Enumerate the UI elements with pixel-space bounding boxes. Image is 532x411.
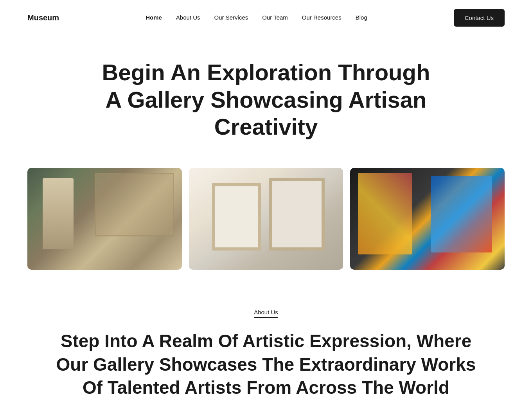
gallery-image-1 [27, 168, 182, 270]
about-label: About Us [254, 309, 278, 318]
nav-item-blog[interactable]: Blog [356, 14, 367, 21]
nav-link-team[interactable]: Our Team [262, 14, 288, 21]
about-section: About Us Step Into A Realm Of Artistic E… [0, 289, 532, 411]
site-logo[interactable]: Museum [27, 13, 59, 22]
hero-heading-line3: Creativity [214, 114, 318, 139]
about-heading: Step Into A Realm Of Artistic Expression… [51, 330, 481, 400]
nav-link-services[interactable]: Our Services [214, 14, 248, 21]
nav-link-home[interactable]: Home [146, 14, 162, 21]
nav-link-blog[interactable]: Blog [356, 14, 367, 21]
gallery-image-2 [189, 168, 343, 270]
gallery-section [0, 156, 532, 289]
nav-link-about[interactable]: About Us [176, 14, 200, 21]
gallery-image-3-inner [350, 168, 505, 270]
contact-button[interactable]: Contact Us [454, 9, 505, 27]
hero-heading-line1: Begin An Exploration Through [102, 59, 430, 85]
nav-item-about[interactable]: About Us [176, 14, 200, 21]
hero-section: Begin An Exploration Through A Gallery S… [0, 35, 532, 156]
navigation: Museum Home About Us Our Services Our Te… [0, 0, 532, 35]
hero-heading-line2: A Gallery Showcasing Artisan [106, 87, 427, 112]
gallery-image-2-inner [189, 168, 343, 270]
nav-item-team[interactable]: Our Team [262, 14, 288, 21]
nav-links: Home About Us Our Services Our Team Our … [146, 14, 367, 21]
nav-link-resources[interactable]: Our Resources [302, 14, 341, 21]
nav-item-resources[interactable]: Our Resources [302, 14, 341, 21]
gallery-image-1-inner [27, 168, 182, 270]
nav-item-services[interactable]: Our Services [214, 14, 248, 21]
hero-heading: Begin An Exploration Through A Gallery S… [90, 59, 442, 141]
nav-item-home[interactable]: Home [146, 14, 162, 21]
gallery-image-3 [350, 168, 505, 270]
